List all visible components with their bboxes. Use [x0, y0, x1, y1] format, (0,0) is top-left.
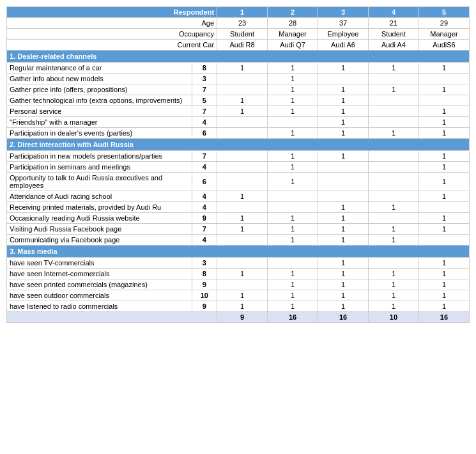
- row-label-0-1: Gather info about new models: [7, 74, 192, 84]
- row-val-2-0-0: [217, 258, 268, 269]
- row-val-1-1-3: [368, 162, 418, 173]
- row-label-0-0: Regular maintenance of a car: [7, 63, 192, 74]
- row-val-0-5-1: [268, 117, 318, 128]
- row-weight-2-2: 9: [192, 279, 217, 290]
- row-val-1-4-0: [217, 202, 268, 213]
- row-val-2-4-2: 1: [318, 301, 369, 312]
- row-val-1-6-3: 1: [368, 224, 418, 235]
- row-weight-1-3: 4: [192, 191, 217, 202]
- row-val-0-3-0: 1: [217, 95, 268, 106]
- meta-val-2-2: Audi A6: [318, 40, 369, 51]
- data-row-1-0: Participation in new models presentation…: [7, 151, 470, 162]
- row-val-0-4-4: 1: [418, 106, 469, 117]
- row-label-2-0: have seen TV-commercials: [7, 258, 192, 269]
- row-val-0-5-4: 1: [418, 117, 469, 128]
- row-val-0-1-1: 1: [268, 74, 318, 84]
- row-val-0-1-0: [217, 74, 268, 84]
- row-val-0-2-4: 1: [418, 84, 469, 95]
- section-title-0: 1. Dealer-related channels: [7, 51, 470, 63]
- row-val-1-6-1: 1: [268, 224, 318, 235]
- row-val-1-7-0: [217, 235, 268, 246]
- data-row-0-3: Gather technological info (extra options…: [7, 95, 470, 106]
- data-row-1-3: Attendance of Audi racing school411: [7, 191, 470, 202]
- row-weight-2-1: 8: [192, 269, 217, 279]
- row-label-0-4: Personal service: [7, 106, 192, 117]
- row-val-0-4-1: 1: [268, 106, 318, 117]
- row-val-2-0-2: 1: [318, 258, 369, 269]
- row-val-0-1-2: [318, 74, 369, 84]
- row-val-2-1-2: 1: [318, 269, 369, 279]
- row-val-0-0-2: 1: [318, 63, 369, 74]
- data-row-2-1: have seen Internet-commercials811111: [7, 269, 470, 279]
- meta-val-0-2: 37: [318, 18, 369, 29]
- row-val-0-6-1: 1: [268, 128, 318, 139]
- data-row-2-0: have seen TV-commercials311: [7, 258, 470, 269]
- data-row-1-5: Occasionally reading Audi Russia website…: [7, 213, 470, 224]
- row-val-0-4-0: 1: [217, 106, 268, 117]
- row-label-0-5: "Friendship" with a manager: [7, 117, 192, 128]
- row-val-1-0-0: [217, 151, 268, 162]
- row-weight-1-7: 4: [192, 235, 217, 246]
- row-weight-1-1: 4: [192, 162, 217, 173]
- row-val-0-4-2: 1: [318, 106, 369, 117]
- total-val-2: 16: [318, 312, 369, 323]
- row-label-2-3: have seen outdoor commercials: [7, 290, 192, 301]
- data-row-0-2: Gather price info (offers, propositions)…: [7, 84, 470, 95]
- data-row-1-4: Receiving printed materials, provided by…: [7, 202, 470, 213]
- meta-val-2-1: Audi Q7: [268, 40, 318, 51]
- row-val-0-5-2: 1: [318, 117, 369, 128]
- row-val-1-3-4: 1: [418, 191, 469, 202]
- total-label: [7, 312, 217, 323]
- row-label-1-6: Visiting Audi Russia Facebook page: [7, 224, 192, 235]
- row-weight-0-6: 6: [192, 128, 217, 139]
- row-val-1-7-4: [418, 235, 469, 246]
- row-val-1-6-4: 1: [418, 224, 469, 235]
- row-val-1-0-4: 1: [418, 151, 469, 162]
- row-val-0-3-1: 1: [268, 95, 318, 106]
- row-val-1-2-4: 1: [418, 173, 469, 191]
- data-row-0-5: "Friendship" with a manager411: [7, 117, 470, 128]
- meta-val-1-3: Student: [368, 29, 418, 40]
- data-row-1-6: Visiting Audi Russia Facebook page711111: [7, 224, 470, 235]
- meta-row-1: OccupancyStudentManagerEmployeeStudentMa…: [7, 29, 470, 40]
- meta-label-1: Occupancy: [7, 29, 217, 40]
- row-val-0-0-4: 1: [418, 63, 469, 74]
- row-weight-1-6: 7: [192, 224, 217, 235]
- row-val-2-4-3: 1: [368, 301, 418, 312]
- row-val-1-5-0: 1: [217, 213, 268, 224]
- meta-row-2: Current CarAudi R8Audi Q7Audi A6Audi A4A…: [7, 40, 470, 51]
- row-val-0-6-0: [217, 128, 268, 139]
- data-row-1-1: Participation in seminars and meetings41…: [7, 162, 470, 173]
- meta-val-1-2: Employee: [318, 29, 369, 40]
- row-val-0-6-2: 1: [318, 128, 369, 139]
- data-row-2-4: have listened to radio commercials911111: [7, 301, 470, 312]
- row-val-0-2-2: 1: [318, 84, 369, 95]
- row-val-2-2-0: [217, 279, 268, 290]
- col-header-4: 4: [368, 7, 418, 18]
- row-val-1-5-3: [368, 213, 418, 224]
- section-header-0: 1. Dealer-related channels: [7, 51, 470, 63]
- meta-label-0: Age: [7, 18, 217, 29]
- meta-val-0-1: 28: [268, 18, 318, 29]
- row-val-1-0-3: [368, 151, 418, 162]
- row-val-2-0-3: [368, 258, 418, 269]
- row-val-0-3-4: [418, 95, 469, 106]
- row-label-0-6: Participation in dealer's events (partie…: [7, 128, 192, 139]
- col-header-3: 3: [318, 7, 369, 18]
- row-val-0-6-3: 1: [368, 128, 418, 139]
- row-label-1-5: Occasionally reading Audi Russia website: [7, 213, 192, 224]
- data-row-1-2: Opportunity to talk to Audi Russia execu…: [7, 173, 470, 191]
- meta-label-2: Current Car: [7, 40, 217, 51]
- row-val-2-2-2: 1: [318, 279, 369, 290]
- row-val-2-4-0: 1: [217, 301, 268, 312]
- row-val-1-2-3: [368, 173, 418, 191]
- row-val-0-6-4: 1: [418, 128, 469, 139]
- row-val-1-7-1: 1: [268, 235, 318, 246]
- row-weight-2-3: 10: [192, 290, 217, 301]
- row-val-2-4-1: 1: [268, 301, 318, 312]
- row-label-1-2: Opportunity to talk to Audi Russia execu…: [7, 173, 192, 191]
- row-val-1-4-1: [268, 202, 318, 213]
- row-label-1-1: Participation in seminars and meetings: [7, 162, 192, 173]
- row-val-2-0-1: [268, 258, 318, 269]
- row-weight-2-0: 3: [192, 258, 217, 269]
